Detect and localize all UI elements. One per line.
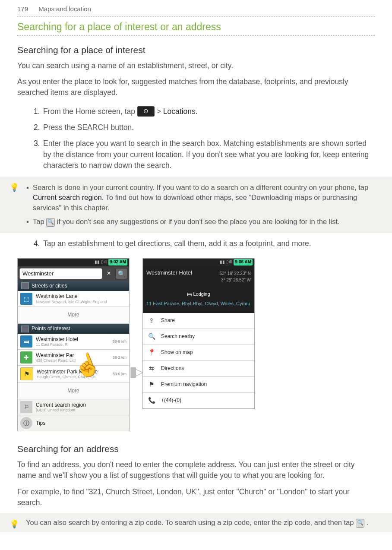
map-pin-icon: 📍 xyxy=(145,347,158,359)
apps-icon xyxy=(137,106,155,117)
navigation-icon: ⚑ xyxy=(145,379,158,391)
locations-term: Locations xyxy=(163,107,196,116)
poi-icon xyxy=(21,326,29,332)
tip-item: Tap 🔍 if you don't see any suggestions o… xyxy=(33,215,375,229)
search-nearby-icon: 🔍 xyxy=(145,331,158,343)
signal-icon: ▮▮ ▯ıll xyxy=(220,259,232,266)
section-header-streets: Streets or cities xyxy=(18,281,129,291)
action-premium-nav[interactable]: ⚑Premium navigation xyxy=(143,377,254,393)
streets-icon xyxy=(21,282,29,289)
result-row[interactable]: ✚ Westminster Par438 Chester Road, Littl… xyxy=(18,350,129,366)
region-icon: ⚐ xyxy=(20,401,32,413)
distance: 59·0 km xyxy=(113,371,126,377)
action-share[interactable]: ⇪Share xyxy=(143,313,254,329)
current-search-region-term: Current search region xyxy=(33,193,102,201)
action-show-on-map[interactable]: 📍Show on map xyxy=(143,345,254,361)
paragraph: For example, to find "321, Church Street… xyxy=(0,484,392,511)
result-row[interactable]: ⬚ Westminster LaneNewport-Newport, Isle … xyxy=(18,291,129,307)
subsection-address-title: Searching for an address xyxy=(0,435,392,456)
lodging-icon: 🛏 xyxy=(20,335,32,348)
paragraph: As you enter the place to look for, sugg… xyxy=(0,74,392,101)
health-icon: ✚ xyxy=(20,351,32,364)
step-1: From the Home screen, tap > Locations. xyxy=(34,104,375,120)
subsection-poi-title: Searching for a place of interest xyxy=(0,36,392,57)
flag-icon: ⚑ xyxy=(20,367,33,380)
tip-box: 💡 You can also search by entering a zip … xyxy=(0,513,392,532)
phone-icon: 📞 xyxy=(145,395,158,407)
result-row[interactable]: 🛏 Westminster Hotel11 East Parade, R 59·… xyxy=(18,334,129,350)
action-call[interactable]: 📞+(44)-(0) xyxy=(143,393,254,408)
status-bar: ▮▮ ▯ıll 9:02 AM xyxy=(18,259,129,266)
status-time: 9:02 AM xyxy=(108,259,127,266)
paragraph: To find an address, you don't need to en… xyxy=(0,457,392,484)
search-button[interactable]: 🔍 xyxy=(115,268,127,279)
screenshot-detail: ▮▮ ▯ıll 9:06 AM Westminster Hotel 53° 19… xyxy=(142,258,255,409)
distance: 59·2 km xyxy=(113,355,126,360)
steps-list: From the Home screen, tap > Locations. P… xyxy=(0,104,392,174)
step-2: Press the SEARCH button. xyxy=(34,120,375,136)
page-number: 179 xyxy=(17,4,28,14)
tip-item: Search is done in your current country. … xyxy=(33,181,375,215)
search-icon: 🔍 xyxy=(356,519,364,528)
section-title: Searching for a place of interest or an … xyxy=(0,17,392,35)
tips-row[interactable]: ⓘ Tips xyxy=(18,415,129,431)
section-header-poi: Points of interest xyxy=(18,324,129,334)
paragraph: You can search using a name of an establ… xyxy=(0,58,392,74)
search-row: ✕ 🔍 xyxy=(18,266,129,281)
steps-list-continued: Tap an establishment to get directions, … xyxy=(0,236,392,252)
status-bar: ▮▮ ▯ıll 9:06 AM xyxy=(143,259,254,266)
result-row[interactable]: ⚑ Westminster Park M rseHough Green,-Che… xyxy=(18,366,129,382)
action-directions[interactable]: ⇆Directions xyxy=(143,361,254,377)
directions-icon: ⇆ xyxy=(145,363,158,375)
lightbulb-icon: 💡 xyxy=(9,182,19,193)
running-header: 179 Maps and location xyxy=(0,0,392,16)
address: 11 East Parade, Rhyl-Rhyl, Clwyd, Wales,… xyxy=(146,300,251,307)
step-4: Tap an establishment to get directions, … xyxy=(34,236,375,252)
signal-icon: ▮▮ ▯ıll xyxy=(95,259,107,266)
road-icon: ⬚ xyxy=(20,293,32,305)
clear-icon[interactable]: ✕ xyxy=(104,268,114,279)
info-icon: ⓘ xyxy=(20,417,32,429)
distance: 59·9 km xyxy=(113,339,126,345)
status-time: 9:06 AM xyxy=(234,259,253,266)
action-search-nearby[interactable]: 🔍Search nearby xyxy=(143,329,254,345)
category-lodging: 🛏 Lodging xyxy=(146,291,251,298)
screenshot-search-results: ▮▮ ▯ıll 9:02 AM ✕ 🔍 Streets or cities ⬚ … xyxy=(17,258,130,432)
step-3: Enter the place you want to search in th… xyxy=(34,136,375,174)
more-row[interactable]: More xyxy=(18,382,129,399)
current-region-row[interactable]: ⚐ Current search region[GBR] United King… xyxy=(18,399,129,415)
chapter-title: Maps and location xyxy=(38,5,91,13)
detail-header: Westminster Hotel 53° 19' 22.23" N3° 29'… xyxy=(143,266,254,313)
search-input[interactable] xyxy=(19,268,102,279)
more-row[interactable]: More xyxy=(18,307,129,324)
search-icon: 🔍 xyxy=(46,218,55,227)
lightbulb-icon: 💡 xyxy=(9,518,19,530)
tip-box: 💡 Search is done in your current country… xyxy=(0,177,392,234)
share-icon: ⇪ xyxy=(145,315,158,327)
